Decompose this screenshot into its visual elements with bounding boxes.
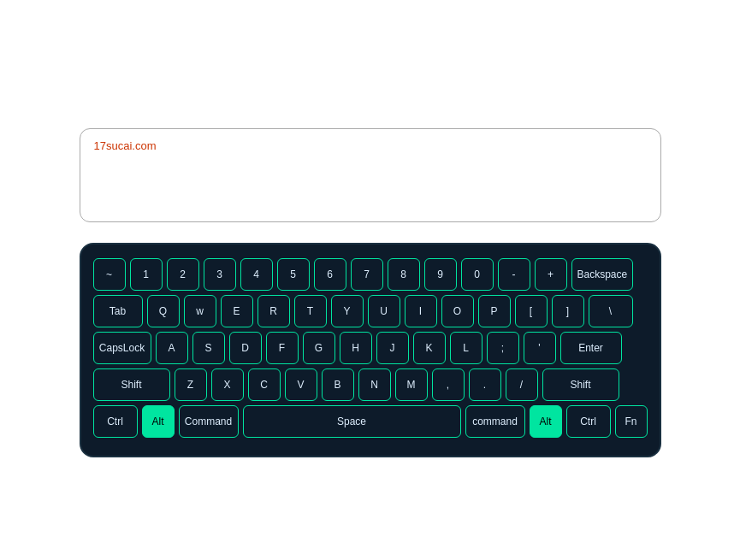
key-b[interactable]: B xyxy=(322,368,354,401)
key-row-5: Ctrl Alt Command Space command Alt Ctrl … xyxy=(93,405,648,438)
key-x[interactable]: X xyxy=(211,368,244,401)
watermark-text: 17sucai.com xyxy=(94,139,157,152)
key-5[interactable]: 5 xyxy=(277,258,310,291)
key-g[interactable]: G xyxy=(303,332,335,364)
key-l[interactable]: L xyxy=(450,332,482,364)
key-backslash[interactable]: \ xyxy=(589,295,633,327)
key-quote[interactable]: ' xyxy=(524,332,556,364)
key-row-1: ~ 1 2 3 4 5 6 7 8 9 0 - + Backspace xyxy=(93,258,648,291)
key-minus[interactable]: - xyxy=(498,258,530,291)
key-enter[interactable]: Enter xyxy=(560,332,622,364)
key-t[interactable]: T xyxy=(294,295,327,327)
key-capslock[interactable]: CapsLock xyxy=(93,332,151,364)
key-0[interactable]: 0 xyxy=(461,258,494,291)
keyboard-container: ~ 1 2 3 4 5 6 7 8 9 0 - + Backspace Tab … xyxy=(80,243,661,457)
key-space[interactable]: Space xyxy=(243,405,461,438)
text-display-area[interactable]: 17sucai.com xyxy=(80,128,661,222)
key-alt-right[interactable]: Alt xyxy=(530,405,562,438)
key-i[interactable]: I xyxy=(405,295,437,327)
key-v[interactable]: V xyxy=(285,368,317,401)
key-command-right[interactable]: command xyxy=(465,405,525,438)
key-j[interactable]: J xyxy=(376,332,409,364)
key-shift-right[interactable]: Shift xyxy=(542,368,619,401)
key-4[interactable]: 4 xyxy=(240,258,273,291)
key-comma[interactable]: , xyxy=(432,368,465,401)
key-tilde[interactable]: ~ xyxy=(93,258,126,291)
key-tab[interactable]: Tab xyxy=(93,295,143,327)
key-row-4: Shift Z X C V B N M , . / Shift xyxy=(93,368,648,401)
key-p[interactable]: P xyxy=(478,295,511,327)
key-alt-left[interactable]: Alt xyxy=(142,405,175,438)
key-3[interactable]: 3 xyxy=(204,258,236,291)
key-z[interactable]: Z xyxy=(175,368,207,401)
key-k[interactable]: K xyxy=(413,332,446,364)
key-q[interactable]: Q xyxy=(147,295,180,327)
key-8[interactable]: 8 xyxy=(388,258,420,291)
key-row-3: CapsLock A S D F G H J K L ; ' Enter xyxy=(93,332,648,364)
key-e[interactable]: E xyxy=(221,295,253,327)
key-w[interactable]: w xyxy=(184,295,216,327)
key-d[interactable]: D xyxy=(229,332,262,364)
key-ctrl-right[interactable]: Ctrl xyxy=(566,405,611,438)
key-bracket-right[interactable]: ] xyxy=(552,295,584,327)
key-backspace[interactable]: Backspace xyxy=(571,258,634,291)
key-command-left[interactable]: Command xyxy=(179,405,239,438)
key-y[interactable]: Y xyxy=(331,295,364,327)
key-c[interactable]: C xyxy=(248,368,281,401)
key-m[interactable]: M xyxy=(395,368,428,401)
key-ctrl-left[interactable]: Ctrl xyxy=(93,405,138,438)
key-bracket-left[interactable]: [ xyxy=(515,295,548,327)
key-fn[interactable]: Fn xyxy=(615,405,648,438)
key-7[interactable]: 7 xyxy=(351,258,383,291)
key-1[interactable]: 1 xyxy=(130,258,163,291)
key-r[interactable]: R xyxy=(258,295,290,327)
key-f[interactable]: F xyxy=(266,332,299,364)
key-row-2: Tab Q w E R T Y U I O P [ ] \ xyxy=(93,295,648,327)
key-shift-left[interactable]: Shift xyxy=(93,368,170,401)
key-plus[interactable]: + xyxy=(535,258,567,291)
key-u[interactable]: U xyxy=(368,295,400,327)
key-9[interactable]: 9 xyxy=(424,258,457,291)
key-n[interactable]: N xyxy=(358,368,391,401)
key-semicolon[interactable]: ; xyxy=(487,332,519,364)
key-h[interactable]: H xyxy=(340,332,372,364)
key-2[interactable]: 2 xyxy=(167,258,199,291)
key-s[interactable]: S xyxy=(192,332,225,364)
key-period[interactable]: . xyxy=(469,368,501,401)
key-o[interactable]: O xyxy=(441,295,474,327)
key-slash[interactable]: / xyxy=(506,368,538,401)
key-6[interactable]: 6 xyxy=(314,258,346,291)
key-a[interactable]: A xyxy=(156,332,188,364)
